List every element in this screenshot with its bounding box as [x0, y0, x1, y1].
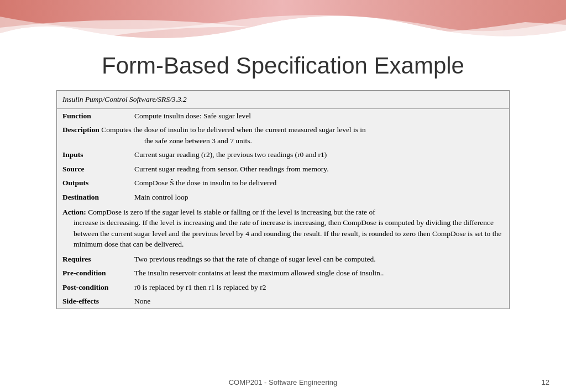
spec-function-value: Compute insulin dose: Safe sugar level [134, 111, 504, 122]
spec-sideeffects-label: Side-effects [62, 296, 134, 307]
spec-header-row: Insulin Pump/Control Software/SRS/3.3.2 [57, 91, 509, 109]
spec-action-content: Action: CompDose is zero if the sugar le… [62, 207, 504, 250]
spec-outputs-row: Outputs CompDose Ŝ the dose in insulin t… [57, 176, 509, 190]
spec-outputs-label: Outputs [62, 177, 134, 189]
spec-precondition-value: The insulin reservoir contains at least … [134, 268, 504, 279]
spec-postcondition-value: r0 is replaced by r1 then r1 is replaced… [134, 282, 504, 293]
spec-action-label: Action: [62, 208, 88, 216]
spec-inputs-value: Current sugar reading (r2), the previous… [134, 149, 504, 160]
spec-outputs-value: CompDose Ŝ the dose in insulin to be del… [134, 177, 504, 189]
spec-function-label: Function [62, 111, 134, 122]
spec-source-label: Source [62, 164, 134, 175]
spec-destination-row: Destination Main control loop [57, 190, 509, 205]
spec-action-row: Action: CompDose is zero if the sugar le… [57, 205, 509, 252]
spec-sideeffects-value: None [134, 296, 504, 307]
spec-action-value: CompDose is zero if the sugar level is s… [88, 208, 375, 216]
page-title: Form-Based Specification Example [0, 53, 566, 79]
spec-description-value-inline: Computes the dose of insulin to be deliv… [101, 126, 366, 134]
spec-destination-value: Main control loop [134, 192, 504, 203]
header-decoration [0, 0, 566, 50]
spec-requires-label: Requires [62, 254, 134, 265]
spec-postcondition-label: Post-condition [62, 282, 134, 293]
spec-description-label: Description [62, 126, 99, 134]
spec-inputs-row: Inputs Current sugar reading (r2), the p… [57, 148, 509, 162]
spec-precondition-row: Pre-condition The insulin reservoir cont… [57, 266, 509, 280]
spec-requires-row: Requires Two previous readings so that t… [57, 252, 509, 266]
footer-text: COMP201 - Software Engineering [229, 378, 338, 386]
spec-description-row: Description Computes the dose of insulin… [57, 123, 509, 148]
spec-function-row: Function Compute insulin dose: Safe suga… [57, 109, 509, 123]
spec-description-continuation: the safe zone between 3 and 7 units. [62, 135, 504, 147]
footer: COMP201 - Software Engineering [0, 378, 566, 386]
spec-table: Insulin Pump/Control Software/SRS/3.3.2 … [56, 90, 510, 309]
spec-precondition-label: Pre-condition [62, 268, 134, 279]
spec-inputs-label: Inputs [62, 149, 134, 160]
footer-page-number: 12 [542, 378, 549, 386]
spec-source-row: Source Current sugar reading from sensor… [57, 162, 509, 176]
spec-action-continuation: increase is decreasing. If the level is … [62, 217, 504, 250]
spec-destination-label: Destination [62, 192, 134, 203]
spec-requires-value: Two previous readings so that the rate o… [134, 254, 504, 265]
spec-header-text: Insulin Pump/Control Software/SRS/3.3.2 [62, 95, 187, 103]
spec-postcondition-row: Post-condition r0 is replaced by r1 then… [57, 280, 509, 295]
spec-sideeffects-row: Side-effects None [57, 294, 509, 309]
spec-action-and: and [251, 229, 262, 238]
spec-source-value: Current sugar reading from sensor. Other… [134, 164, 504, 175]
